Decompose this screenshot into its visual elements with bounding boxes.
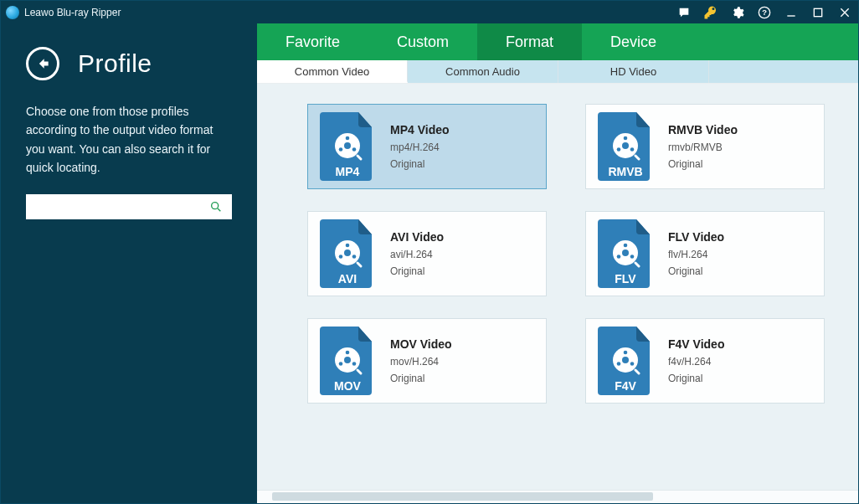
profile-codec: f4v/H.264 [668, 356, 724, 368]
svg-point-9 [352, 147, 357, 152]
video-file-icon: F4V [598, 327, 653, 395]
svg-text:F4V: F4V [615, 379, 636, 393]
profile-title: FLV Video [668, 230, 724, 244]
svg-point-13 [622, 142, 629, 149]
profile-codec: flv/H.264 [668, 249, 724, 260]
svg-point-25 [622, 249, 629, 256]
profile-title: F4V Video [668, 337, 724, 351]
profile-codec: mp4/H.264 [390, 141, 450, 153]
svg-point-26 [624, 244, 628, 248]
maximize-button[interactable] [805, 1, 831, 23]
minimize-button[interactable] [778, 1, 805, 23]
search-icon[interactable] [207, 200, 225, 213]
profile-codec: mov/H.264 [390, 356, 452, 368]
svg-point-8 [346, 136, 350, 141]
svg-line-5 [218, 208, 220, 211]
app-title: Leawo Blu-ray Ripper [24, 7, 121, 18]
svg-point-20 [346, 244, 350, 248]
svg-point-4 [212, 202, 219, 208]
profile-card[interactable]: MP4 MP4 Videomp4/H.264Original [307, 104, 547, 189]
profile-quality: Original [668, 158, 738, 170]
svg-point-38 [624, 351, 628, 355]
profile-info: MOV Videomov/H.264Original [390, 337, 452, 384]
svg-point-40 [617, 362, 621, 366]
profile-title: MOV Video [390, 337, 452, 351]
svg-point-32 [346, 351, 350, 355]
close-button[interactable] [831, 1, 858, 23]
gear-icon[interactable] [724, 1, 751, 23]
profile-card[interactable]: F4V F4V Videof4v/H.264Original [585, 318, 825, 404]
svg-rect-3 [814, 8, 821, 16]
scrollbar-thumb[interactable] [272, 492, 653, 501]
help-icon[interactable]: ? [751, 1, 778, 23]
profile-info: AVI Videoavi/H.264Original [390, 230, 444, 277]
svg-point-34 [339, 362, 343, 366]
svg-rect-2 [787, 15, 795, 16]
app-logo-icon [6, 6, 19, 19]
search-box[interactable] [26, 194, 232, 219]
video-file-icon: FLV [598, 219, 653, 288]
svg-text:AVI: AVI [338, 272, 357, 285]
profile-info: MP4 Videomp4/H.264Original [390, 123, 450, 170]
subtab-hd-video[interactable]: HD Video [558, 60, 709, 83]
svg-point-27 [630, 255, 635, 259]
tab-format[interactable]: Format [477, 23, 582, 60]
profile-quality: Original [390, 265, 444, 277]
titlebar: Leawo Blu-ray Ripper ? [1, 1, 858, 23]
svg-text:?: ? [762, 8, 767, 17]
svg-text:FLV: FLV [615, 272, 636, 285]
svg-point-37 [622, 357, 629, 363]
svg-point-7 [344, 142, 351, 149]
main-panel: Favorite Custom Format Device Common Vid… [257, 23, 858, 503]
svg-text:RMVB: RMVB [608, 165, 642, 178]
profile-title: MP4 Video [390, 123, 450, 136]
profile-quality: Original [390, 373, 452, 384]
search-input[interactable] [33, 196, 207, 218]
page-title: Profile [78, 49, 152, 78]
message-icon[interactable] [671, 1, 697, 23]
key-icon[interactable] [697, 1, 724, 23]
video-file-icon: RMVB [598, 112, 653, 181]
svg-point-21 [352, 255, 357, 259]
profile-card[interactable]: MOV MOV Videomov/H.264Original [307, 318, 547, 404]
svg-point-10 [339, 147, 343, 152]
video-file-icon: MOV [320, 327, 375, 395]
svg-point-19 [344, 249, 351, 256]
svg-point-39 [630, 362, 635, 366]
tab-favorite[interactable]: Favorite [257, 23, 368, 60]
subtab-common-video[interactable]: Common Video [257, 60, 408, 83]
sidebar: Profile Choose one from those profiles a… [1, 23, 257, 503]
back-button[interactable] [26, 47, 59, 80]
svg-point-15 [630, 147, 635, 152]
profile-info: RMVB Videormvb/RMVBOriginal [668, 123, 738, 170]
profile-card[interactable]: FLV FLV Videoflv/H.264Original [585, 211, 825, 296]
svg-point-22 [339, 255, 343, 259]
profile-quality: Original [668, 373, 724, 384]
svg-text:MP4: MP4 [336, 165, 360, 178]
tab-custom[interactable]: Custom [368, 23, 477, 60]
profile-card[interactable]: RMVB RMVB Videormvb/RMVBOriginal [585, 104, 825, 189]
video-file-icon: MP4 [320, 112, 375, 181]
profile-quality: Original [668, 265, 724, 277]
profile-card[interactable]: AVI AVI Videoavi/H.264Original [307, 211, 547, 296]
sub-tabs: Common Video Common Audio HD Video [257, 60, 858, 84]
horizontal-scrollbar[interactable] [257, 490, 858, 503]
svg-text:MOV: MOV [334, 379, 362, 393]
profile-info: FLV Videoflv/H.264Original [668, 230, 724, 277]
profile-quality: Original [390, 158, 450, 170]
profile-grid: MP4 MP4 Videomp4/H.264Original RMVB RMVB… [257, 84, 858, 490]
profile-title: AVI Video [390, 230, 444, 244]
profile-info: F4V Videof4v/H.264Original [668, 337, 724, 384]
category-tabs: Favorite Custom Format Device [257, 23, 858, 60]
video-file-icon: AVI [320, 219, 375, 288]
profile-title: RMVB Video [668, 123, 738, 136]
svg-point-33 [352, 362, 357, 366]
subtab-common-audio[interactable]: Common Audio [408, 60, 558, 83]
svg-point-31 [344, 357, 351, 363]
svg-point-16 [617, 147, 621, 152]
profile-codec: avi/H.264 [390, 249, 444, 260]
svg-point-28 [617, 255, 621, 259]
subtab-filler [709, 60, 858, 83]
svg-point-14 [624, 136, 628, 141]
tab-device[interactable]: Device [582, 23, 685, 60]
